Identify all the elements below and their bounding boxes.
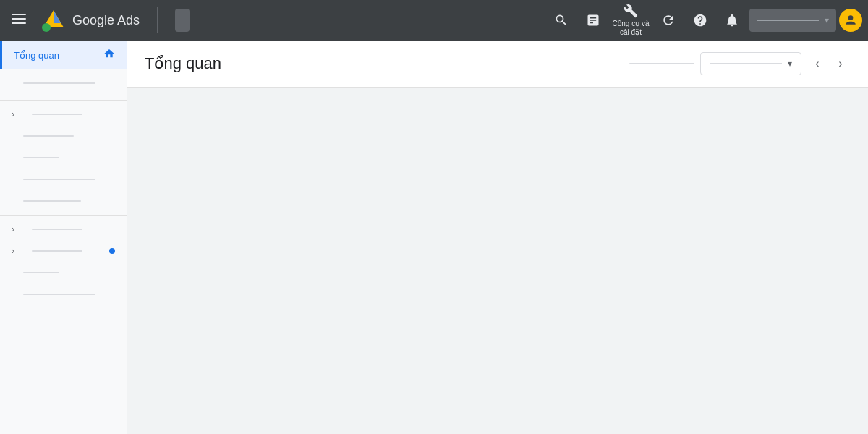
sidebar-overview-label: Tổng quan — [14, 50, 59, 61]
dropdown-value-placeholder — [710, 63, 782, 64]
sidebar-item-line — [32, 250, 82, 252]
tools-label: Công cụ và cài đặt — [610, 20, 651, 37]
dropdown-arrow-icon: ▾ — [825, 15, 829, 25]
chevron-right-icon: › — [12, 224, 14, 234]
svg-rect-1 — [12, 18, 26, 20]
nav-divider — [157, 7, 158, 33]
list-item[interactable] — [0, 169, 127, 190]
refresh-button[interactable] — [654, 6, 683, 35]
sidebar-item-line — [23, 82, 95, 84]
app-title: Google Ads — [72, 13, 140, 28]
logo-icon — [41, 7, 67, 33]
sidebar-divider-1 — [0, 100, 127, 101]
page-title: Tổng quan — [145, 54, 221, 73]
top-navigation: Google Ads Công cụ và cài đặt — [0, 0, 868, 41]
dropdown-arrow-icon: ▾ — [788, 59, 792, 69]
sidebar-item-line — [23, 200, 81, 202]
account-selector[interactable]: ▾ — [749, 9, 836, 32]
date-range-placeholder — [629, 63, 694, 64]
sidebar-item-overview[interactable]: Tổng quan — [0, 41, 127, 69]
help-button[interactable] — [686, 6, 715, 35]
main-header-controls: ▾ ‹ › — [629, 52, 851, 75]
pagination-arrows: ‹ › — [807, 54, 851, 74]
main-header: Tổng quan ▾ ‹ › — [127, 41, 868, 88]
sidebar-item-line — [23, 272, 59, 273]
sidebar: Tổng quan › › › — [0, 41, 127, 434]
google-ads-logo: Google Ads — [41, 7, 140, 33]
chevron-right-icon: › — [12, 246, 14, 256]
svg-marker-4 — [54, 10, 61, 23]
chevron-right-icon: › — [12, 109, 14, 119]
main-body — [127, 88, 868, 434]
list-item[interactable] — [0, 147, 127, 169]
list-item[interactable] — [0, 262, 127, 284]
list-item[interactable]: › — [0, 240, 127, 262]
sidebar-item-line — [23, 294, 95, 295]
sidebar-item-line — [23, 179, 95, 180]
notification-dot — [109, 248, 115, 254]
prev-button[interactable]: ‹ — [807, 54, 827, 74]
sidebar-section-1 — [0, 69, 127, 97]
topnav-left: Google Ads — [6, 6, 190, 35]
sidebar-item-line — [23, 135, 74, 137]
tools-settings-button[interactable]: Công cụ và cài đặt — [610, 3, 651, 38]
list-item[interactable]: › — [0, 218, 127, 240]
sidebar-item-line — [23, 157, 59, 158]
main-content: Tổng quan ▾ ‹ › — [127, 41, 868, 434]
search-bar[interactable] — [175, 9, 190, 32]
list-item[interactable] — [0, 72, 127, 94]
search-button[interactable] — [547, 6, 576, 35]
list-item[interactable]: › — [0, 103, 127, 125]
home-icon — [103, 48, 115, 62]
reports-button[interactable] — [579, 6, 608, 35]
svg-rect-2 — [12, 22, 26, 24]
next-button[interactable]: › — [830, 54, 851, 74]
topnav-right: Công cụ và cài đặt ▾ — [547, 3, 862, 38]
sidebar-divider-2 — [0, 215, 127, 216]
avatar[interactable] — [839, 9, 862, 32]
account-name-placeholder — [757, 20, 819, 21]
svg-point-5 — [42, 23, 51, 32]
list-item[interactable] — [0, 125, 127, 147]
svg-point-6 — [848, 15, 854, 20]
sidebar-item-line — [32, 114, 82, 115]
list-item[interactable] — [0, 284, 127, 305]
svg-rect-0 — [12, 14, 26, 15]
filter-dropdown[interactable]: ▾ — [700, 52, 801, 75]
list-item[interactable] — [0, 190, 127, 212]
hamburger-menu-icon[interactable] — [6, 6, 32, 35]
sidebar-item-line — [32, 229, 82, 230]
notifications-button[interactable] — [718, 6, 746, 35]
